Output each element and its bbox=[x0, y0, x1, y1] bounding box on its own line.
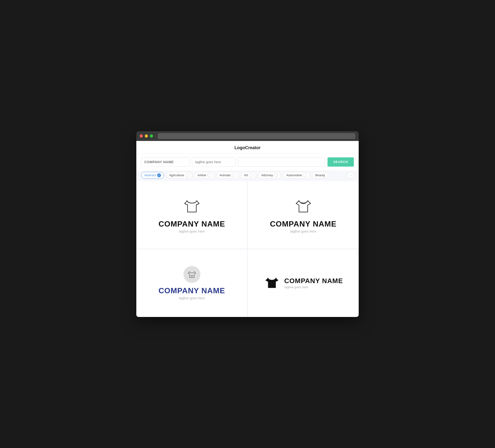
logo4-company-name: COMPANY NAME bbox=[284, 277, 343, 285]
search-bar: SEARCH bbox=[136, 154, 359, 170]
app-title: LogoCreator bbox=[234, 145, 261, 150]
maximize-button[interactable] bbox=[150, 134, 153, 138]
category-attorney-label: Attorney bbox=[261, 173, 273, 177]
logo1-tagline: tagline goes here bbox=[179, 229, 205, 233]
category-art[interactable]: Art bbox=[241, 172, 256, 179]
airline-check-icon bbox=[207, 173, 211, 177]
browser-titlebar bbox=[136, 131, 359, 141]
animals-check-icon bbox=[232, 173, 236, 177]
logo4-icon bbox=[263, 273, 280, 293]
logo4-tagline: tagline goes here bbox=[284, 285, 343, 289]
automotive-check-icon bbox=[303, 173, 307, 177]
agriculture-check-icon bbox=[185, 173, 189, 177]
logo-card-1[interactable]: COMPANY NAME tagline goes here bbox=[136, 181, 247, 249]
logo1-company-name: COMPANY NAME bbox=[159, 220, 225, 228]
category-abstract[interactable]: Abstract ✓ bbox=[141, 172, 164, 179]
category-agriculture[interactable]: Agriculture bbox=[166, 172, 192, 179]
address-bar[interactable] bbox=[158, 133, 355, 139]
logo3-badge bbox=[183, 266, 200, 283]
tagline-input[interactable] bbox=[192, 157, 235, 167]
app-header: LogoCreator bbox=[136, 141, 359, 154]
category-attorney[interactable]: Attorney bbox=[258, 172, 281, 179]
close-button[interactable] bbox=[140, 134, 143, 138]
logo-card-3[interactable]: COMPANY NAME tagline goes here bbox=[136, 249, 247, 317]
abstract-check-icon: ✓ bbox=[157, 173, 161, 177]
category-beauty[interactable]: Beauty bbox=[312, 172, 328, 178]
browser-window: LogoCreator SEARCH Abstract ✓ Agricultur… bbox=[136, 131, 359, 317]
app-content: LogoCreator SEARCH Abstract ✓ Agricultur… bbox=[136, 141, 359, 317]
category-agriculture-label: Agriculture bbox=[169, 173, 184, 177]
category-filter: Abstract ✓ Agriculture Airline Animals A… bbox=[136, 170, 359, 181]
industry-input[interactable] bbox=[238, 157, 325, 167]
filter-next-button[interactable]: → bbox=[347, 172, 354, 179]
attorney-check-icon bbox=[274, 173, 278, 177]
category-abstract-label: Abstract bbox=[144, 173, 156, 177]
logo4-text: COMPANY NAME tagline goes here bbox=[284, 277, 343, 289]
logo1-icon bbox=[182, 196, 202, 217]
art-check-icon bbox=[249, 173, 253, 177]
logo3-tagline: tagline goes here bbox=[179, 296, 205, 300]
category-animals-label: Animals bbox=[220, 173, 231, 177]
category-art-label: Art bbox=[244, 173, 248, 177]
category-airline[interactable]: Airline bbox=[194, 172, 214, 179]
category-airline-label: Airline bbox=[197, 173, 206, 177]
minimize-button[interactable] bbox=[145, 134, 148, 138]
category-automotive-label: Automotive bbox=[286, 173, 302, 177]
logo-card-2[interactable]: COMPANY NAME tagline goes here bbox=[248, 181, 359, 249]
logo4-container: COMPANY NAME tagline goes here bbox=[263, 273, 343, 293]
search-button[interactable]: SEARCH bbox=[328, 157, 354, 167]
logo2-company-name: COMPANY NAME bbox=[270, 220, 337, 228]
logo2-icon bbox=[294, 196, 313, 217]
category-beauty-label: Beauty bbox=[315, 173, 325, 177]
logo-grid: COMPANY NAME tagline goes here COMPANY N… bbox=[136, 181, 359, 317]
logo-card-4[interactable]: COMPANY NAME tagline goes here bbox=[248, 249, 359, 317]
company-name-input[interactable] bbox=[141, 157, 190, 167]
category-automotive[interactable]: Automotive bbox=[283, 172, 310, 179]
logo2-tagline: tagline goes here bbox=[290, 229, 316, 233]
logo3-company-name: COMPANY NAME bbox=[159, 286, 225, 295]
category-animals[interactable]: Animals bbox=[216, 172, 239, 179]
